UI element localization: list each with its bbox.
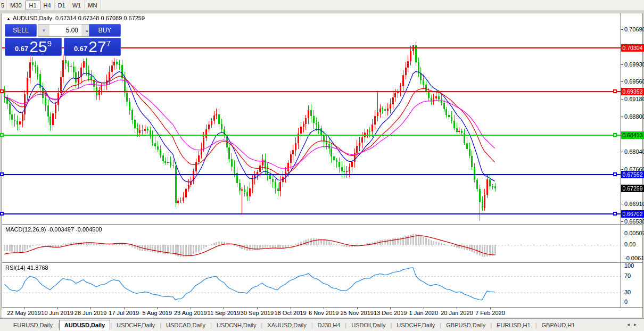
hline-left-handle[interactable] — [0, 172, 4, 176]
chart-symbol-label: AUDUSD,Daily — [13, 15, 52, 21]
tab-scroll-right-icon[interactable]: ▸ — [634, 321, 641, 327]
buy-button[interactable]: BUY — [89, 24, 121, 37]
date-axis-tick — [157, 308, 158, 309]
date-axis-label: 22 May 2019 — [7, 310, 41, 316]
date-axis-tick — [90, 308, 91, 309]
price-axis-tick — [621, 64, 623, 65]
date-axis-label: 25 Nov 2019 — [340, 310, 373, 316]
date-axis-label: 17 Jul 2019 — [109, 310, 139, 316]
sell-price-prefix: 0.67 — [15, 45, 28, 53]
price-axis-tick — [621, 81, 623, 82]
price-axis-label: 0.68040 — [621, 148, 644, 155]
current-price-badge: 0.67259 — [621, 185, 644, 192]
sell-price-big: 25 — [29, 39, 47, 54]
price-line-badge: 0.66702 — [621, 210, 644, 218]
timeframe-toolbar: 5M30H1H4D1W1MN — [0, 0, 644, 11]
hline-right-handle[interactable] — [613, 133, 617, 137]
timeframe-button-d1[interactable]: D1 — [55, 1, 69, 10]
symbol-tab-eurusd-daily[interactable]: EURUSD,Daily — [9, 320, 57, 330]
symbol-tab-usdcad-daily[interactable]: USDCAD,Daily — [161, 320, 210, 330]
sell-price-pip: 9 — [47, 39, 52, 47]
symbol-tab-usdoil-daily[interactable]: USDOil,Daily — [346, 320, 390, 330]
horizontal-line-0.66702[interactable] — [2, 213, 621, 214]
sell-button[interactable]: SELL — [5, 24, 37, 37]
timeframe-button-5[interactable]: 5 — [0, 1, 7, 10]
hline-right-handle[interactable] — [613, 172, 617, 176]
date-axis-tick — [291, 308, 291, 309]
sell-price-box[interactable]: 0.67 25 9 — [5, 38, 62, 56]
buy-price-big: 27 — [88, 39, 106, 54]
macd-label: MACD(12,26,9) -0.003497 -0.004500 — [5, 226, 102, 233]
collapse-triangle-icon[interactable]: ▲ — [6, 16, 11, 21]
hline-left-handle[interactable] — [0, 89, 4, 93]
timeframe-button-h4[interactable]: H4 — [40, 1, 55, 10]
date-axis-tick — [257, 308, 258, 309]
price-axis-label: 0.68800 — [621, 113, 644, 120]
hline-right-handle[interactable] — [613, 89, 617, 93]
price-axis-tick — [621, 29, 623, 30]
timeframe-button-m30[interactable]: M30 — [7, 1, 25, 10]
price-axis-tick — [621, 221, 623, 222]
hline-right-handle[interactable] — [613, 212, 617, 216]
date-axis-tick — [191, 308, 191, 309]
price-axis-label: 0.66910 — [621, 201, 644, 207]
buy-price-box[interactable]: 0.67 27 7 — [64, 38, 121, 56]
timeframe-button-mn[interactable]: MN — [85, 1, 101, 10]
tab-scroll-arrows[interactable]: ◂▸ — [627, 321, 641, 327]
buy-price-pip: 7 — [106, 39, 111, 47]
price-line-badge: 0.70304 — [621, 44, 644, 52]
timeframe-button-w1[interactable]: W1 — [69, 1, 85, 10]
date-axis-tick — [124, 308, 125, 309]
volume-decrease-button[interactable]: ▼ — [38, 24, 49, 36]
horizontal-line-0.68413[interactable] — [2, 135, 621, 136]
symbol-tab-usdchf-daily[interactable]: USDCHF,Daily — [392, 320, 440, 330]
date-axis-tick — [424, 308, 424, 309]
rsi-label: RSI(14) 41.8768 — [5, 264, 48, 271]
date-axis-label: 20 Jan 2020 — [441, 310, 473, 316]
rsi-scale-label: 0 — [621, 299, 644, 305]
rsi-scale-label: 100 — [621, 262, 644, 269]
date-axis-label: 30 Sep 2019 — [241, 310, 274, 316]
hline-left-handle[interactable] — [0, 133, 4, 137]
date-axis-label: 5 Aug 2019 — [142, 310, 172, 316]
macd-scale-label: -0.006148 — [621, 255, 644, 261]
price-axis-label: 0.69930 — [621, 61, 644, 68]
date-axis-label: 28 Jun 2019 — [75, 310, 107, 316]
symbol-tab-dj30-h4[interactable]: DJ30,H4 — [313, 320, 345, 330]
date-axis-label: 7 Feb 2020 — [475, 310, 505, 316]
symbol-tab-audusd-daily[interactable]: AUDUSD,Daily — [59, 320, 110, 330]
symbol-tab-xauusd-daily[interactable]: XAUUSD,Daily — [262, 320, 311, 330]
horizontal-line-0.69353[interactable] — [2, 91, 621, 92]
date-axis-label: 6 Nov 2019 — [309, 310, 338, 316]
horizontal-line-0.67552[interactable] — [2, 174, 621, 175]
price-axis-tick — [621, 117, 623, 117]
volume-spinner: ▼ ▲ — [38, 24, 93, 37]
symbol-tab-eurusd-h1[interactable]: EURUSD,H1 — [492, 320, 535, 330]
price-axis-label: 0.70690 — [621, 26, 644, 32]
price-axis-tick — [621, 169, 623, 170]
date-axis-label: 11 Sep 2019 — [208, 310, 241, 316]
price-axis-tick — [621, 99, 623, 100]
date-axis-label: 13 Dec 2019 — [374, 310, 407, 316]
date-axis-separator — [2, 307, 643, 308]
rsi-scale-label: 70 — [621, 272, 644, 279]
timeframe-button-h1[interactable]: H1 — [26, 1, 40, 10]
date-axis-tick — [24, 308, 24, 309]
date-axis-tick — [457, 308, 457, 309]
symbol-tab-gbpaud-h1[interactable]: GBPAUD,H1 — [537, 320, 580, 330]
price-axis-tick — [621, 204, 623, 204]
volume-input[interactable] — [49, 24, 81, 36]
date-axis-tick — [57, 308, 58, 309]
price-axis-label: 0.66530 — [621, 218, 644, 225]
tab-scroll-left-icon[interactable]: ◂ — [627, 321, 634, 327]
hline-left-handle[interactable] — [0, 212, 4, 216]
price-axis-label: 0.69560 — [621, 78, 644, 85]
symbol-tab-usdchf-daily[interactable]: USDCHF,Daily — [112, 320, 160, 330]
rsi-canvas[interactable] — [3, 263, 621, 307]
price-axis-tick — [621, 152, 623, 152]
date-axis-label: 1 Jan 2020 — [409, 310, 438, 316]
symbol-tab-gbpusd-daily[interactable]: GBPUSD,Daily — [441, 320, 490, 330]
symbol-tab-usdcnh-daily[interactable]: USDCNH,Daily — [212, 320, 261, 330]
rsi-scale-label: 30 — [621, 289, 644, 295]
symbol-tab-bar: EURUSD,Daily|AUDUSD,Daily|USDCHF,Daily|U… — [0, 318, 644, 331]
